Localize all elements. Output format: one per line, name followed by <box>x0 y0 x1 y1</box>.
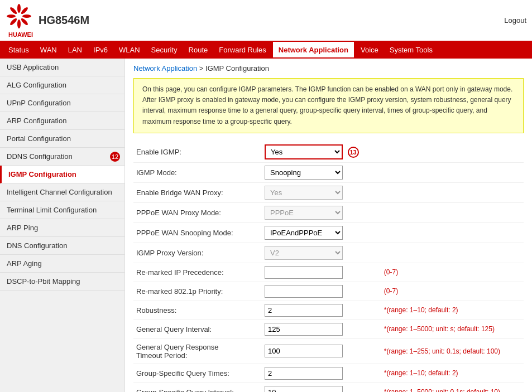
form-row-bridge-wan-proxy: Enable Bridge WAN Proxy: Yes No <box>133 182 524 202</box>
label-8021p-priority: Re-marked 802.1p Priority: <box>133 282 262 301</box>
sidebar-item-upnp-configuration[interactable]: UPnP Configuration <box>0 94 124 112</box>
form-row-igmp-mode: IGMP Mode: Snooping Proxy <box>133 162 524 182</box>
hint-robustness: *(range: 1–10; default: 2) <box>381 301 524 320</box>
sidebar-item-intelligent-channel[interactable]: Intelligent Channel Configuration <box>0 183 124 201</box>
logo-area: HUAWEI <box>6 3 33 38</box>
annotation-13: 13 <box>348 147 359 158</box>
sidebar-item-alg-configuration[interactable]: ALG Configuration <box>0 76 124 94</box>
input-8021p-priority[interactable] <box>265 285 343 298</box>
label-robustness: Robustness: <box>133 301 262 320</box>
form-row-query-interval: General Query Interval: *(range: 1–5000;… <box>133 320 524 338</box>
form-row-group-query-interval: Group-Specific Query Interval: *(range: … <box>133 383 524 392</box>
sidebar-item-dscp-pbit[interactable]: DSCP-to-Pbit Mapping <box>0 273 124 291</box>
sidebar-item-arp-configuration[interactable]: ARP Configuration <box>0 112 124 130</box>
label-ip-precedence: Re-marked IP Precedence: <box>133 263 262 282</box>
form-row-ip-precedence: Re-marked IP Precedence: (0-7) <box>133 263 524 282</box>
input-robustness[interactable] <box>265 304 343 317</box>
breadcrumb-current: IGMP Configuration <box>205 64 269 72</box>
breadcrumb: Network Application > IGMP Configuration <box>133 64 524 72</box>
sidebar-item-arp-aging[interactable]: ARP Aging <box>0 255 124 273</box>
nav-wan[interactable]: WAN <box>35 41 63 59</box>
info-text: On this page, you can configure IGMP par… <box>142 85 512 125</box>
sidebar-item-usb-application[interactable]: USB Application <box>0 59 124 76</box>
nav-lan[interactable]: LAN <box>63 41 88 59</box>
hint-8021p-priority: (0-7) <box>381 282 524 301</box>
form-row-group-query-times: Group-Specific Query Times: *(range: 1–1… <box>133 364 524 383</box>
svg-point-6 <box>7 14 16 18</box>
logout-button[interactable]: Logout <box>504 16 526 25</box>
hint-query-response-timeout: *(range: 1–255; unit: 0.1s; default: 100… <box>381 338 524 364</box>
svg-point-5 <box>9 17 18 26</box>
nav-voice[interactable]: Voice <box>355 41 384 59</box>
sidebar-item-portal-configuration[interactable]: Portal Configuration <box>0 130 124 148</box>
hint-query-interval: *(range: 1–5000; unit: s; default: 125) <box>381 320 524 338</box>
form-row-query-response-timeout: General Query ResponseTimeout Period: *(… <box>133 338 524 364</box>
sidebar-item-igmp-configuration[interactable]: IGMP Configuration <box>0 166 124 183</box>
form-row-pppoe-proxy-mode: PPPoE WAN Proxy Mode: PPPoE <box>133 202 524 222</box>
label-group-query-times: Group-Specific Query Times: <box>133 364 262 383</box>
hint-ip-precedence: (0-7) <box>381 263 524 282</box>
svg-point-3 <box>20 17 29 26</box>
svg-point-0 <box>17 4 21 13</box>
select-igmp-mode[interactable]: Snooping Proxy <box>265 166 343 180</box>
input-group-query-times[interactable] <box>265 367 343 380</box>
main-layout: USB Application ALG Configuration UPnP C… <box>0 59 532 392</box>
sidebar-item-dns-configuration[interactable]: DNS Configuration <box>0 237 124 255</box>
input-ip-precedence[interactable] <box>265 266 343 279</box>
header: HUAWEI HG8546M Logout <box>0 0 532 41</box>
nav-security[interactable]: Security <box>146 41 183 59</box>
label-enable-igmp: Enable IGMP: <box>133 142 262 163</box>
content-area: Network Application > IGMP Configuration… <box>125 59 532 392</box>
ddns-badge: 12 <box>110 152 120 162</box>
info-box: On this page, you can configure IGMP par… <box>133 78 524 133</box>
label-query-response-timeout: General Query ResponseTimeout Period: <box>133 338 262 364</box>
hint-group-query-interval: *(range: 1–5000; unit: 0.1s; default: 10… <box>381 383 524 392</box>
svg-point-1 <box>20 6 29 15</box>
select-pppoe-proxy-mode[interactable]: PPPoE <box>265 206 343 220</box>
svg-point-2 <box>22 14 31 18</box>
nav-wlan[interactable]: WLAN <box>113 41 146 59</box>
label-group-query-interval: Group-Specific Query Interval: <box>133 383 262 392</box>
label-proxy-version: IGMP Proxy Version: <box>133 243 262 263</box>
brand-label: HUAWEI <box>8 31 33 38</box>
sidebar-item-terminal-limit[interactable]: Terminal Limit Configuration <box>0 201 124 219</box>
nav-network-application[interactable]: Network Application <box>272 41 355 59</box>
sidebar-item-arp-ping[interactable]: ARP Ping <box>0 219 124 237</box>
label-pppoe-proxy-mode: PPPoE WAN Proxy Mode: <box>133 202 262 222</box>
main-nav: Status WAN LAN IPv6 WLAN Security Route … <box>0 41 532 59</box>
select-enable-igmp[interactable]: Yes No <box>265 144 343 159</box>
input-query-response-timeout[interactable] <box>265 345 343 357</box>
form-row-robustness: Robustness: *(range: 1–10; default: 2) <box>133 301 524 320</box>
form-row-8021p-priority: Re-marked 802.1p Priority: (0-7) <box>133 282 524 301</box>
svg-point-4 <box>17 20 21 28</box>
sidebar: USB Application ALG Configuration UPnP C… <box>0 59 125 392</box>
form-row-pppoe-snooping-mode: PPPoE WAN Snooping Mode: IPoEAndPPPoE IP… <box>133 222 524 243</box>
label-pppoe-snooping-mode: PPPoE WAN Snooping Mode: <box>133 222 262 243</box>
select-bridge-wan-proxy[interactable]: Yes No <box>265 186 343 200</box>
sidebar-item-ddns-configuration[interactable]: DDNS Configuration 12 <box>0 148 124 166</box>
hint-group-query-times: *(range: 1–10; default: 2) <box>381 364 524 383</box>
label-bridge-wan-proxy: Enable Bridge WAN Proxy: <box>133 182 262 202</box>
nav-route[interactable]: Route <box>183 41 214 59</box>
form-row-proxy-version: IGMP Proxy Version: V2 V3 <box>133 243 524 263</box>
breadcrumb-parent[interactable]: Network Application <box>133 64 197 72</box>
nav-status[interactable]: Status <box>3 41 35 59</box>
svg-point-7 <box>9 6 18 15</box>
select-proxy-version[interactable]: V2 V3 <box>265 246 343 260</box>
input-query-interval[interactable] <box>265 323 343 336</box>
nav-system-tools[interactable]: System Tools <box>384 41 438 59</box>
form-row-enable-igmp: Enable IGMP: Yes No 13 <box>133 142 524 163</box>
huawei-logo-icon <box>6 3 32 30</box>
nav-forward-rules[interactable]: Forward Rules <box>213 41 272 59</box>
igmp-form: Enable IGMP: Yes No 13 IGMP Mode: <box>133 142 524 392</box>
model-label: HG8546M <box>39 14 89 27</box>
nav-ipv6[interactable]: IPv6 <box>88 41 113 59</box>
label-igmp-mode: IGMP Mode: <box>133 162 262 182</box>
select-pppoe-snooping-mode[interactable]: IPoEAndPPPoE IPoE PPPoE <box>265 226 343 240</box>
input-group-query-interval[interactable] <box>265 386 343 392</box>
label-query-interval: General Query Interval: <box>133 320 262 338</box>
